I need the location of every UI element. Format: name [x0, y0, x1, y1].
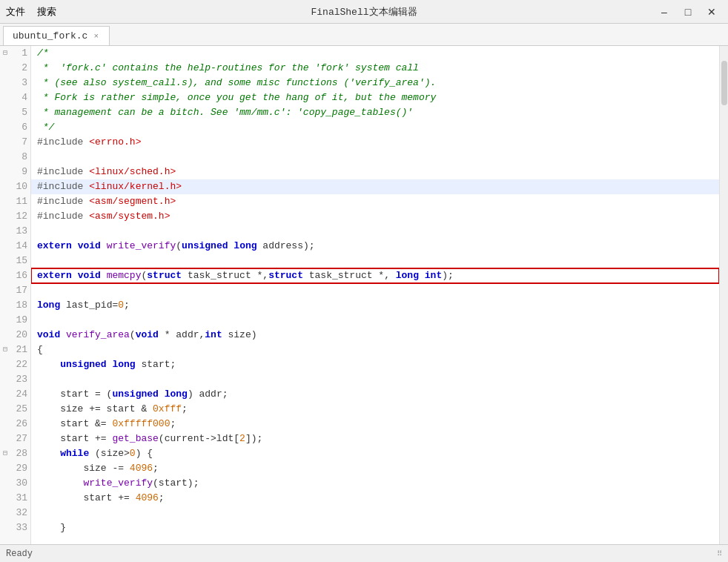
line-num-row: 9: [0, 165, 30, 179]
line-num-row: 8: [0, 150, 30, 165]
fold-icon[interactable]: ⊟: [1, 446, 10, 461]
line-num-row: 26: [0, 417, 30, 432]
code-line: start = (unsigned long) addr;: [31, 387, 719, 402]
code-area[interactable]: /* * 'fork.c' contains the help-routines…: [31, 46, 719, 544]
line-number: 14: [11, 239, 27, 254]
line-number: 2: [11, 61, 27, 76]
line-number: 23: [11, 372, 27, 387]
code-line: * Fork is rather simple, once you get th…: [31, 90, 719, 105]
code-line: start &= 0xfffff000;: [31, 417, 719, 432]
fold-icon[interactable]: ⊟: [1, 46, 10, 61]
line-num-row: 3: [0, 76, 30, 90]
code-line: long last_pid=0;: [31, 298, 719, 313]
line-number: 24: [11, 387, 27, 402]
code-line: #include <linux/kernel.h>: [31, 179, 719, 194]
line-num-row: 25: [0, 402, 30, 417]
code-line: [31, 150, 719, 165]
line-number: 17: [11, 283, 27, 298]
line-num-row: 14: [0, 239, 30, 254]
line-num-row: 2: [0, 61, 30, 76]
line-number: 31: [11, 491, 27, 506]
line-num-row: 18: [0, 298, 30, 313]
code-line: start += 4096;: [31, 491, 719, 506]
maximize-button[interactable]: □: [678, 4, 698, 20]
line-num-row: 33: [0, 520, 30, 535]
line-num-row: ⊟21: [0, 343, 30, 357]
code-line: extern void memcpy(struct task_struct *,…: [31, 268, 719, 283]
code-line: {: [31, 343, 719, 357]
line-num-row: 31: [0, 491, 30, 506]
line-number: 7: [11, 135, 27, 150]
line-number: 30: [11, 476, 27, 491]
code-line: [31, 283, 719, 298]
code-line: /*: [31, 46, 719, 61]
line-number: 29: [11, 461, 27, 476]
line-num-row: 20: [0, 328, 30, 343]
line-num-row: 17: [0, 283, 30, 298]
line-num-row: 22: [0, 357, 30, 372]
line-number: 21: [11, 343, 27, 357]
tab-bar: ubuntu_fork.c ×: [0, 24, 728, 46]
line-num-row: 24: [0, 387, 30, 402]
line-num-row: 6: [0, 120, 30, 135]
line-num-row: 10: [0, 179, 30, 194]
code-line: * 'fork.c' contains the help-routines fo…: [31, 61, 719, 76]
line-number: 15: [11, 254, 27, 268]
code-line: extern void write_verify(unsigned long a…: [31, 239, 719, 254]
line-num-row: 27: [0, 432, 30, 446]
code-line: [31, 506, 719, 520]
code-line: [31, 372, 719, 387]
window-controls[interactable]: – □ ✕: [654, 4, 722, 20]
resize-handle[interactable]: ⠿: [717, 549, 722, 558]
minimize-button[interactable]: –: [654, 4, 675, 20]
code-line: [31, 254, 719, 268]
title-bar: 文件 搜索 FinalShell文本编辑器 – □ ✕: [0, 0, 728, 24]
line-num-row: 32: [0, 506, 30, 520]
code-line: start += get_base(current->ldt[2]);: [31, 432, 719, 446]
code-line: [31, 313, 719, 328]
code-line: void verify_area(void * addr,int size): [31, 328, 719, 343]
line-number: 19: [11, 313, 27, 328]
tab-close-button[interactable]: ×: [92, 31, 100, 42]
fold-icon[interactable]: ⊟: [1, 343, 10, 357]
line-numbers: ⊟1234567891011121314151617181920⊟2122232…: [0, 46, 31, 544]
line-number: 9: [11, 165, 27, 179]
line-num-row: 23: [0, 372, 30, 387]
line-number: 6: [11, 120, 27, 135]
line-number: 22: [11, 357, 27, 372]
scrollbar[interactable]: [719, 46, 728, 544]
line-number: 32: [11, 506, 27, 520]
tab-filename: ubuntu_fork.c: [13, 30, 87, 42]
status-text: Ready: [6, 549, 33, 559]
code-line: */: [31, 120, 719, 135]
line-number: 12: [11, 209, 27, 224]
line-number: 16: [11, 268, 27, 283]
code-line: #include <asm/system.h>: [31, 209, 719, 224]
code-line: * management can be a bitch. See 'mm/mm.…: [31, 105, 719, 120]
line-number: 27: [11, 432, 27, 446]
code-line: }: [31, 520, 719, 535]
line-number: 33: [11, 520, 27, 535]
line-number: 18: [11, 298, 27, 313]
menu-bar[interactable]: 文件 搜索: [6, 5, 56, 19]
line-number: 8: [11, 150, 27, 165]
line-number: 10: [11, 179, 27, 194]
line-number: 1: [11, 46, 27, 61]
line-num-row: 15: [0, 254, 30, 268]
close-button[interactable]: ✕: [701, 4, 722, 20]
scrollbar-thumb[interactable]: [721, 61, 727, 105]
line-num-row: 29: [0, 461, 30, 476]
line-number: 25: [11, 402, 27, 417]
line-num-row: ⊟28: [0, 446, 30, 461]
code-line: unsigned long start;: [31, 357, 719, 372]
code-line: write_verify(start);: [31, 476, 719, 491]
line-num-row: 13: [0, 224, 30, 239]
line-number: 3: [11, 76, 27, 90]
menu-search[interactable]: 搜索: [37, 5, 56, 19]
line-number: 5: [11, 105, 27, 120]
line-num-row: 11: [0, 194, 30, 209]
line-number: 28: [11, 446, 27, 461]
menu-file[interactable]: 文件: [6, 5, 25, 19]
line-number: 13: [11, 224, 27, 239]
tab-ubuntu-fork[interactable]: ubuntu_fork.c ×: [3, 26, 110, 45]
